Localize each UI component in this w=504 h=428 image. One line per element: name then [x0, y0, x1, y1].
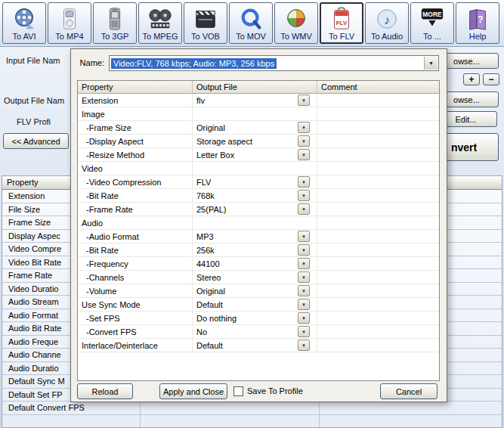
input-file-label: Input File Nam [6, 56, 60, 65]
toolbar-button-to-vob[interactable]: To VOB [184, 2, 227, 44]
dropdown-arrow-icon[interactable]: ▼ [298, 340, 310, 351]
profile-table-row: -Frequency44100▼ [78, 257, 439, 271]
toolbar-button-label: To WMV [280, 32, 312, 41]
property-value: Original [196, 123, 225, 132]
comment-column-header: Comment [317, 81, 439, 94]
comment-cell [317, 162, 439, 175]
profile-settings-table: Property Output File Comment Extensionfl… [77, 80, 440, 381]
mobile-phone-icon [103, 6, 127, 32]
dropdown-arrow-icon[interactable]: ▼ [298, 258, 310, 269]
remove-profile-button[interactable]: − [483, 73, 499, 85]
profile-table-row: -Bit Rate768k▼ [78, 189, 439, 203]
dropdown-arrow-icon[interactable]: ▼ [298, 135, 310, 147]
comment-cell [317, 216, 439, 229]
dropdown-arrow-icon[interactable]: ▼ [298, 312, 310, 324]
cancel-button[interactable]: Cancel [380, 383, 438, 399]
property-value: No [196, 327, 207, 337]
toolbar-button-to-flv[interactable]: FLVTo FLV [320, 2, 363, 44]
property-value-cell[interactable]: Default▼ [193, 339, 317, 352]
profile-table-row: Audio [78, 216, 439, 230]
comment-cell [317, 189, 439, 202]
property-name: -Volume [78, 284, 193, 297]
advanced-toggle-button[interactable]: << Advanced [3, 133, 69, 149]
property-name: Audio [78, 216, 193, 229]
profile-table-row: -Video CompressionFLV▼ [78, 175, 439, 189]
comment-cell [317, 243, 439, 256]
comment-cell [317, 203, 439, 216]
flv-document-icon: FLV [329, 6, 354, 32]
property-value: MP3 [196, 232, 214, 241]
property-value-cell[interactable]: Original▼ [193, 121, 317, 134]
toolbar-button-to-audio[interactable]: ♪To Audio [365, 2, 409, 44]
comment-cell [317, 284, 439, 297]
comment-cell [317, 230, 439, 243]
property-value-cell [193, 216, 317, 229]
property-value-cell[interactable]: No▼ [193, 325, 317, 338]
property-value-cell[interactable]: FLV▼ [193, 175, 317, 188]
toolbar-button-help[interactable]: ?Help [456, 2, 499, 44]
toolbar-button-label: To MP4 [55, 32, 83, 41]
film-reel-icon [12, 6, 36, 32]
dropdown-arrow-icon[interactable]: ▼ [298, 231, 310, 242]
apply-and-close-button[interactable]: Apply and Close [159, 383, 227, 399]
dropdown-arrow-icon[interactable]: ▼ [298, 285, 310, 296]
reload-button[interactable]: Reload [77, 383, 133, 399]
dropdown-arrow-icon[interactable]: ▼ [298, 299, 310, 310]
property-value-cell[interactable]: Stereo▼ [193, 271, 317, 284]
profile-name-combobox[interactable]: Video:FLV, 768 kbps; Audio: MP3, 256 kbp… [109, 55, 439, 71]
property-value: flv [196, 96, 205, 105]
property-value-cell[interactable]: Storage aspect▼ [193, 135, 317, 147]
property-value-cell[interactable]: flv▼ [193, 94, 317, 107]
dropdown-arrow-icon[interactable]: ▼ [298, 149, 310, 160]
dropdown-arrow-icon[interactable]: ▼ [298, 122, 310, 133]
property-value-cell[interactable]: Default▼ [193, 298, 317, 311]
toolbar-button-to-mov[interactable]: To MOV [229, 2, 273, 44]
profile-table-row: -ChannelsStereo▼ [78, 271, 439, 284]
property-value-cell [193, 107, 317, 120]
film-reels-icon [148, 6, 172, 32]
property-value-cell[interactable]: 768k▼ [193, 189, 317, 202]
comment-cell [317, 257, 439, 270]
profile-table-row: -Set FPSDo nothing▼ [78, 312, 439, 325]
property-value-cell[interactable]: 44100▼ [193, 257, 317, 270]
toolbar-button-to-3gp[interactable]: To 3GP [93, 2, 137, 44]
output-file-column-header: Output File [193, 81, 317, 94]
comment-cell [317, 148, 439, 161]
property-value: 768k [196, 191, 215, 200]
profile-table-row: -Frame SizeOriginal▼ [78, 121, 439, 135]
save-to-profile-checkbox[interactable] [233, 386, 243, 396]
property-name: -Display Aspect [78, 135, 193, 147]
property-value-cell[interactable]: MP3▼ [193, 230, 317, 243]
property-value-cell[interactable]: Letter Box▼ [193, 148, 317, 161]
dropdown-arrow-icon[interactable]: ▼ [298, 95, 310, 106]
property-value-cell[interactable]: Do nothing▼ [193, 312, 317, 324]
dropdown-arrow-icon[interactable]: ▼ [298, 244, 310, 256]
toolbar-button-label: To MPEG [142, 32, 178, 41]
toolbar-button-to-more[interactable]: MORETo ... [410, 2, 454, 44]
property-name: Extension [78, 94, 193, 107]
property-value-cell[interactable]: 25(PAL)▼ [193, 203, 317, 216]
property-value-cell[interactable]: Original▼ [193, 284, 317, 297]
toolbar-button-to-mpeg[interactable]: To MPEG [138, 2, 182, 44]
property-value: Stereo [196, 273, 221, 282]
profile-table-row: Image [78, 107, 439, 121]
property-value-cell[interactable]: 256k▼ [193, 243, 317, 256]
dropdown-arrow-icon[interactable]: ▼ [298, 326, 310, 337]
property-name: -Channels [78, 271, 193, 284]
add-profile-button[interactable]: + [463, 73, 480, 85]
combo-dropdown-icon[interactable]: ▼ [424, 57, 438, 70]
property-name: Image [78, 107, 193, 120]
dropdown-arrow-icon[interactable]: ▼ [298, 271, 310, 283]
dropdown-arrow-icon[interactable]: ▼ [298, 190, 310, 201]
toolbar-button-to-mp4[interactable]: To MP4 [48, 2, 91, 44]
dropdown-arrow-icon[interactable]: ▼ [298, 203, 310, 215]
svg-text:?: ? [478, 14, 483, 24]
toolbar-button-to-wmv[interactable]: To WMV [274, 2, 318, 44]
comment-cell [317, 312, 439, 324]
profile-table-row: -Display AspectStorage aspect▼ [78, 135, 439, 148]
property-value: Default [196, 300, 223, 309]
property-value: Letter Box [196, 150, 234, 160]
toolbar-button-to-avi[interactable]: To AVI [2, 2, 46, 44]
svg-text:FLV: FLV [336, 20, 348, 26]
dropdown-arrow-icon[interactable]: ▼ [298, 176, 310, 188]
